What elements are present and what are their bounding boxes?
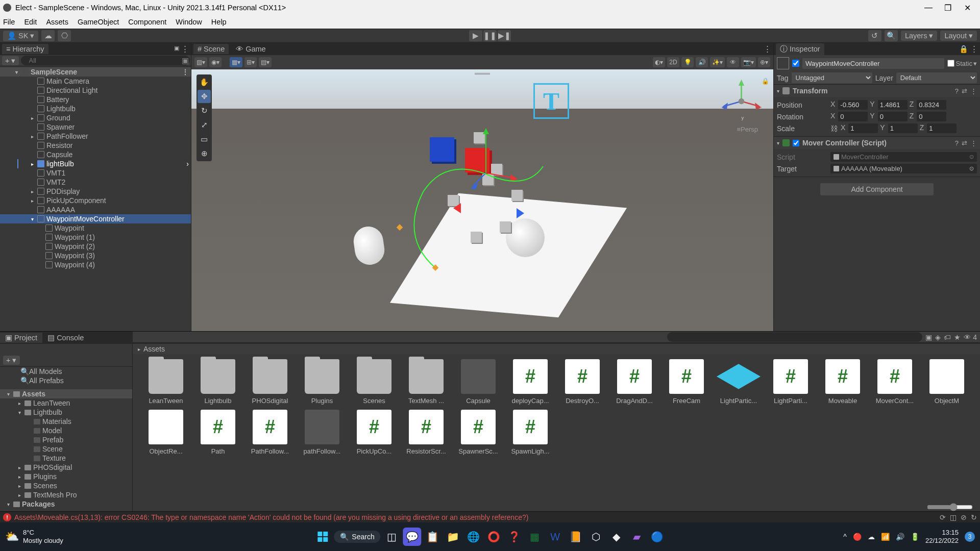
menu-component[interactable]: Component [128,18,166,26]
console-status-line[interactable]: ! Assets\Moveable.cs(13,13): error CS024… [0,511,980,522]
project-folder[interactable]: Materials [0,417,132,426]
add-component-button[interactable]: Add Component [820,183,933,195]
create-dropdown[interactable]: + ▾ [2,56,19,65]
shading-mode-dropdown[interactable]: ◉▾ [209,57,222,67]
draw-mode-dropdown[interactable]: ▧▾ [194,57,207,67]
tag-dropdown[interactable]: Untagged [792,72,872,83]
toggle-icon-3[interactable]: ↻ [971,513,977,521]
global-search-button[interactable]: 🔍 [885,30,898,41]
account-dropdown[interactable]: 👤 SK ▾ [3,31,38,41]
asset-item[interactable]: #PathFollow... [244,410,296,455]
asset-item[interactable]: #SpawnerSc... [452,410,504,455]
favorite-icon[interactable]: ★ [954,333,961,341]
project-create-dropdown[interactable]: + ▾ [3,356,20,365]
project-folder[interactable]: ▾Lightbulb [0,408,132,417]
increment-snap-dropdown[interactable]: ▤▾ [259,57,272,67]
hierarchy-search-icon[interactable]: ▣ [182,57,189,65]
scene-menu-icon[interactable]: ⋮ [764,45,771,53]
asset-item[interactable]: #FreeCam [660,359,713,405]
excel-icon[interactable]: ▦ [526,528,544,546]
tray-chevron-icon[interactable]: ^ [843,533,847,541]
hierarchy-item[interactable]: ▸lightBulb› [0,159,191,168]
chat-icon[interactable]: 💬 [403,528,422,546]
copilot-icon[interactable]: ⭕ [485,528,503,546]
menu-window[interactable]: Window [176,18,202,26]
hierarchy-item[interactable]: Main Camera [0,77,191,86]
breadcrumb[interactable]: ▸Assets [133,344,980,354]
project-folder[interactable]: ▸TextMesh Pro [0,490,132,499]
thumbnail-size-slider[interactable] [927,503,973,511]
play-button[interactable]: ▶ [469,30,482,41]
console-tab[interactable]: ▤ Console [42,333,89,343]
layout-dropdown[interactable]: Layout ▾ [940,31,977,41]
asset-grid[interactable]: LeanTweenLightbulbPHOSdigitalPluginsScen… [133,354,980,503]
asset-item[interactable]: TextMesh ... [400,359,452,405]
scale-y[interactable] [888,123,918,133]
asset-item[interactable]: pathFollow... [296,410,348,455]
inspector-menu-icon[interactable]: ⋮ [970,45,978,54]
auto-refresh-icon[interactable]: ⟳ [940,513,946,521]
snap-dropdown[interactable]: ⊞▾ [244,57,257,67]
layer-dropdown[interactable]: Default [896,72,977,83]
hierarchy-item[interactable]: Spawner [0,122,191,132]
hierarchy-menu-icon[interactable]: ⋮ [181,45,189,53]
hierarchy-item[interactable]: Waypoint (4) [0,260,191,269]
audio-toggle[interactable]: 🔊 [696,57,708,67]
asset-item[interactable]: Lightbulb [192,359,244,405]
maximize-button[interactable]: ❐ [938,3,958,13]
project-folder[interactable]: ▸Scenes [0,481,132,490]
project-folder-tree[interactable]: + ▾ 🔍 All Models 🔍 All Prefabs ▾Assets ▸… [0,344,133,511]
asset-item[interactable]: ObjectRe... [140,410,192,455]
cloud-button[interactable]: ☁ [41,30,55,41]
visual-studio-icon[interactable]: ▰ [628,528,646,546]
unity-hub-icon[interactable]: ⬡ [587,528,605,546]
taskbar-clock[interactable]: 13:1522/12/2022 [925,529,959,544]
asset-item[interactable]: LeanTween [140,359,192,405]
inspector-lock-icon[interactable]: 🔒 [959,45,968,54]
hierarchy-item[interactable]: ▸PickUpComponent [0,196,191,205]
preset-icon[interactable]: ⇄ [962,87,967,95]
services-button[interactable]: ⎔ [58,30,71,41]
hierarchy-item[interactable]: Waypoint (2) [0,242,191,251]
help-icon[interactable]: ❓ [505,528,524,546]
position-y[interactable] [878,100,908,110]
menu-assets[interactable]: Assets [46,18,68,26]
rotation-z[interactable] [917,112,946,121]
hierarchy-item[interactable]: VMT1 [0,168,191,178]
constrain-scale-icon[interactable]: ⛓ [830,124,838,133]
2d-toggle[interactable]: 2D [667,57,679,67]
gizmos-dropdown[interactable]: ⊕▾ [758,57,770,67]
asset-item[interactable]: #DragAndD... [608,359,660,405]
hierarchy-item[interactable]: Waypoint (3) [0,251,191,260]
project-search[interactable] [667,332,922,342]
onedrive-icon[interactable]: ☁ [868,533,875,541]
project-folder[interactable]: Scene [0,444,132,454]
static-checkbox[interactable] [947,60,954,67]
target-field[interactable]: AAAAAA (Moveable)⊙ [830,164,977,173]
asset-item[interactable]: #Path [192,410,244,455]
transform-header[interactable]: ▾ Transform ? ⇄ ⋮ [774,85,980,97]
grid-toggle[interactable]: ▦▾ [230,57,242,67]
asset-item[interactable]: LightPartic... [713,359,765,405]
hierarchy-item[interactable]: ▸Ground [0,113,191,122]
asset-item[interactable]: Capsule [452,359,504,405]
menu-file[interactable]: File [3,18,15,26]
asset-item[interactable]: PHOSdigital [244,359,296,405]
toggle-icon-2[interactable]: ⊘ [961,513,967,521]
tray-app-icon[interactable]: 🔴 [853,533,862,541]
search-by-label-icon[interactable]: ◈ [935,333,941,341]
hierarchy-item[interactable]: ▾WaypointMoveController [0,214,191,223]
asset-item[interactable]: #Moveable [817,359,869,405]
rotation-x[interactable] [838,112,868,121]
battery-icon[interactable]: 🔋 [911,533,919,541]
scale-z[interactable] [927,123,957,133]
taskbar-search[interactable]: 🔍 Search [334,531,380,543]
camera-dropdown[interactable]: 📷▾ [741,57,756,67]
hierarchy-item[interactable]: Waypoint [0,223,191,233]
hierarchy-tab[interactable]: ≡ Hierarchy [2,44,48,54]
help-icon[interactable]: ? [955,87,959,95]
project-folder[interactable]: ▸Plugins [0,472,132,481]
hierarchy-item[interactable]: Resistor [0,141,191,150]
active-checkbox[interactable] [792,60,799,67]
chrome-icon[interactable]: 🔵 [648,528,667,546]
